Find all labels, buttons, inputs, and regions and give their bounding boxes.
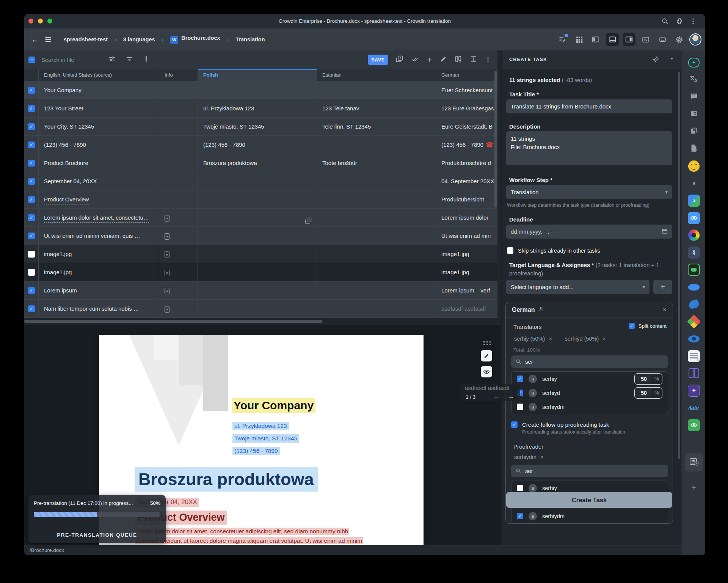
add-language-button[interactable]: + [653,280,672,294]
layout-right-panel-icon[interactable] [623,33,635,46]
breadcrumb-item-translation[interactable]: Translation [235,36,265,42]
column-header-estonian[interactable]: Estonian [317,69,436,81]
assignee-row[interactable]: ✓sserhiydm [511,509,668,523]
estonian-cell[interactable] [317,172,436,190]
string-row[interactable]: image1.jpg★image1.jpg [24,245,497,263]
estonian-cell[interactable] [317,209,436,227]
camera-app-icon[interactable] [687,263,701,277]
eyeball-app-icon[interactable] [687,332,701,346]
user-avatar[interactable] [689,33,701,46]
split-content-checkbox[interactable]: ✓ [629,323,635,329]
string-row[interactable]: ✓Lorem ipsum dolor sit amet, consectetu…… [24,209,497,227]
string-row[interactable]: ✓Your CompanyEuer Schreckensunt [24,81,497,99]
browser-menu-icon[interactable] [689,17,697,25]
source-cell[interactable]: Product Brochure [39,154,159,172]
ai-tool-icon[interactable]: ✦ [687,56,701,69]
machine-translation-icon[interactable] [687,73,701,87]
source-cell[interactable]: image1.jpg [39,263,159,281]
assignee-row[interactable]: sserhiydm [511,400,668,414]
green-eye-app-icon[interactable] [687,418,701,432]
remove-language-icon[interactable]: × [663,306,667,314]
polish-cell[interactable]: (123) 456 - 7890 [198,136,317,154]
translator-search-input[interactable]: ser [511,355,668,368]
search-settings-icon[interactable] [108,55,116,64]
keyboard-icon[interactable] [656,33,669,46]
estonian-cell[interactable]: Toote brošüür [317,154,436,172]
column-header-english-united-states-source-[interactable]: English, United States (source) [39,69,159,81]
translation-memory-icon[interactable] [687,108,701,121]
layout-bottom-panel-icon[interactable] [606,33,619,46]
deadline-input[interactable]: dd.mm.yyyy, --:-- [506,225,672,239]
description-textarea[interactable]: 11 strings File: Brochure.docx [506,131,672,165]
german-cell[interactable]: (123) 456 - 7890☎ [436,136,497,154]
polish-cell[interactable] [198,281,317,300]
breadcrumb-item-spreadsheet-test[interactable]: spreadsheet-test [64,36,108,42]
settings-gear-icon[interactable] [673,33,686,46]
source-cell[interactable]: Product Overview [39,190,159,209]
select-language-dropdown[interactable]: Select language to add...▾ [506,280,650,294]
polish-cell[interactable]: Twoje miasto, ST 12345 [198,118,317,136]
preview-visibility-button[interactable] [481,366,492,377]
estonian-cell[interactable]: Teie linn, ST 12345 [317,118,436,136]
german-cell[interactable]: image1.jpg [436,245,497,263]
estonian-cell[interactable] [317,300,436,318]
edit-preview-button[interactable] [481,350,492,361]
source-cell[interactable]: Lorem ipsum dolor sit amet, consectetu… [39,209,159,227]
row-checkbox[interactable]: ✓ [28,305,35,312]
copy-translation-icon[interactable] [304,214,312,227]
panel-scrollbar[interactable] [678,72,680,459]
pager-prev-icon[interactable]: ← [494,393,500,400]
iate-app-icon[interactable]: ⁄iate [687,401,701,415]
source-cell[interactable]: 123 Your Street [39,99,159,118]
german-cell[interactable]: asdfasdf asdfasdf [436,300,497,318]
layout-left-panel-icon[interactable] [589,33,602,46]
remove-proofreader-icon[interactable]: × [540,454,543,460]
assignee-checkbox[interactable] [517,485,523,491]
copy-source-icon[interactable] [395,55,403,64]
add-app-icon[interactable]: + [687,481,701,495]
german-cell[interactable]: Lorem ipsum dolor [436,209,497,227]
breadcrumb-item-brochure-docx[interactable]: WBrochure.docx [170,35,220,44]
polish-cell[interactable] [198,209,317,227]
german-cell[interactable]: Eure Geisterstadt, B [436,118,497,136]
workflow-step-select[interactable]: Translation▾ [506,185,672,199]
column-header-info[interactable]: Info [159,69,198,81]
german-cell[interactable]: image1.jpg [436,263,497,281]
assignee-row[interactable]: ✓sserhiyd50% [511,386,668,400]
bird-app-icon[interactable] [687,297,701,311]
estonian-cell[interactable] [317,281,436,300]
swirl-app-icon[interactable]: ✦ [687,384,701,398]
breadcrumb-item-3-languages[interactable]: 3 languages [123,36,155,42]
s-app-icon[interactable]: § [687,246,701,259]
main-menu-icon[interactable] [44,36,52,45]
glossary-icon[interactable] [687,125,701,138]
estonian-cell[interactable] [317,263,436,281]
file-context-icon[interactable]: i [687,142,701,156]
add-string-icon[interactable]: + [427,55,432,65]
estonian-cell[interactable] [317,190,436,209]
source-cell[interactable]: September 04, 20XX [39,172,159,190]
row-checkbox[interactable]: ✓ [28,233,35,239]
german-cell[interactable]: 123 Eure Grabesgas [436,99,497,118]
polish-cell[interactable] [198,227,317,245]
source-cell[interactable]: Your City, ST 12345 [39,118,159,136]
task-title-input[interactable]: Translate 11 strings from Brochure.docx [506,99,672,113]
pretranslation-queue-button[interactable]: PRE-TRANSLATION QUEUE [28,532,166,538]
row-checkbox[interactable]: ✓ [28,178,35,185]
cube-app-icon[interactable] [687,315,701,328]
source-cell[interactable]: Lorem ipsum [39,281,159,300]
assignee-checkbox[interactable]: ✓ [517,513,523,519]
column-header-checkbox[interactable] [24,69,39,81]
row-checkbox[interactable]: ✓ [28,105,35,112]
german-cell[interactable]: Ut wisi enim ad min [436,227,497,245]
string-flow-icon[interactable] [143,55,150,65]
assignee-checkbox[interactable] [517,404,523,410]
string-row[interactable]: ✓September 04, 20XX04. September 20XX [24,172,497,190]
back-button[interactable]: ← [30,34,40,45]
percentage-input[interactable]: 50% [634,387,662,399]
german-cell[interactable]: 04. September 20XX [436,172,497,190]
estonian-cell[interactable]: 123 Teie tänav [317,99,436,118]
search-icon[interactable] [661,17,669,25]
row-checkbox[interactable] [28,269,35,276]
string-row[interactable]: ✓(123) 456 - 7890(123) 456 - 7890(123) 4… [24,136,497,154]
